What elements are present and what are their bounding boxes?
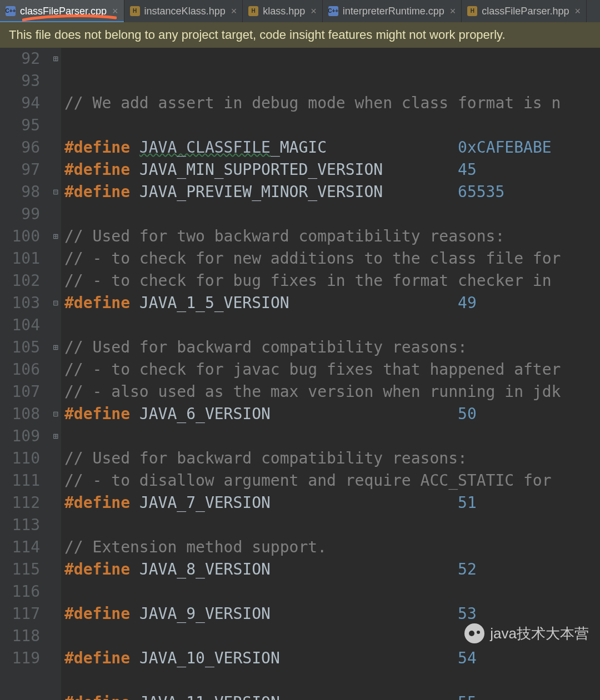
code-line[interactable]: [64, 514, 600, 536]
fold-expand-icon[interactable]: ⊞: [51, 232, 60, 241]
code-line[interactable]: [64, 203, 600, 225]
identifier-token: JAVA_1_5_VERSION: [139, 294, 289, 312]
editor-tab[interactable]: C++classFileParser.cpp×: [0, 0, 124, 22]
code-line[interactable]: // - also used as the max version when r…: [64, 381, 600, 403]
line-number: 108: [0, 403, 40, 425]
code-line[interactable]: [64, 669, 600, 692]
line-number: 104: [0, 314, 40, 336]
line-number: 106: [0, 359, 40, 381]
code-line[interactable]: #define JAVA_MIN_SUPPORTED_VERSION 45: [64, 159, 600, 181]
identifier-token: JAVA_PREVIEW_MINOR_VERSION: [139, 183, 383, 201]
number-token: 50: [458, 405, 477, 423]
code-line[interactable]: // We add assert in debug mode when clas…: [64, 92, 600, 114]
code-line[interactable]: // - to check for bug fixes in the forma…: [64, 270, 600, 292]
line-number: 113: [0, 514, 40, 536]
line-number: 92: [0, 48, 40, 70]
close-icon[interactable]: ×: [450, 0, 456, 22]
line-number: 101: [0, 248, 40, 270]
code-line[interactable]: #define JAVA_6_VERSION 50: [64, 403, 600, 425]
fold-collapse-icon[interactable]: ⊟: [51, 188, 60, 197]
fold-collapse-icon[interactable]: ⊟: [51, 299, 60, 308]
code-line[interactable]: #define JAVA_10_VERSION 54: [64, 647, 600, 669]
editor-tab-bar: C++classFileParser.cpp×HinstanceKlass.hp…: [0, 0, 600, 22]
line-number: 107: [0, 381, 40, 403]
code-line[interactable]: // Used for backward compatibility reaso…: [64, 447, 600, 470]
identifier-token: _MAGIC: [271, 138, 327, 157]
line-number: 119: [0, 647, 40, 669]
comment-token: // - to disallow argument and require AC…: [64, 471, 561, 490]
code-line[interactable]: // - to disallow argument and require AC…: [64, 470, 600, 492]
number-token: 52: [458, 560, 477, 578]
number-token: 53: [458, 605, 477, 623]
line-number: 98: [0, 181, 40, 203]
hpp-file-icon: H: [130, 6, 140, 16]
code-line[interactable]: #define JAVA_8_VERSION 52: [64, 558, 600, 581]
keyword-token: #define: [64, 183, 130, 201]
hpp-file-icon: H: [467, 6, 477, 16]
code-line[interactable]: #define JAVA_1_5_VERSION 49: [64, 292, 600, 314]
line-number: 96: [0, 137, 40, 159]
watermark: java技术大本营: [464, 622, 589, 644]
comment-token: // - to check for javac bug fixes that h…: [64, 360, 561, 379]
fold-expand-icon[interactable]: ⊞: [51, 54, 60, 63]
comment-token: // Extension method support.: [64, 538, 327, 556]
code-line[interactable]: #define JAVA_PREVIEW_MINOR_VERSION 65535: [64, 181, 600, 203]
close-icon[interactable]: ×: [311, 0, 317, 22]
keyword-token: #define: [64, 605, 130, 623]
editor-tab[interactable]: HclassFileParser.hpp×: [462, 0, 587, 22]
line-number: 110: [0, 447, 40, 470]
code-line[interactable]: [64, 314, 600, 336]
code-line[interactable]: #define JAVA_CLASSFILE_MAGIC 0xCAFEBABE: [64, 137, 600, 159]
tab-label: klass.hpp: [263, 0, 305, 22]
identifier-token: JAVA_6_VERSION: [139, 405, 271, 423]
code-line[interactable]: [64, 114, 600, 137]
number-token: 65535: [458, 183, 504, 201]
comment-token: // - to check for new additions to the c…: [64, 249, 561, 268]
code-line[interactable]: #define JAVA_11_VERSION 55: [64, 692, 600, 700]
line-number: 95: [0, 114, 40, 137]
keyword-token: #define: [64, 493, 130, 512]
line-number: 94: [0, 92, 40, 114]
code-line[interactable]: // - to check for new additions to the c…: [64, 248, 600, 270]
tab-label: classFileParser.hpp: [482, 0, 569, 22]
identifier-token: JAVA_MIN_SUPPORTED_VERSION: [139, 160, 383, 179]
identifier-token: JAVA_10_VERSION: [139, 649, 280, 667]
fold-expand-icon[interactable]: ⊞: [51, 343, 60, 352]
close-icon[interactable]: ×: [231, 0, 237, 22]
tab-label: instanceKlass.hpp: [144, 0, 226, 22]
code-line[interactable]: // Extension method support.: [64, 536, 600, 558]
identifier-token: JAVA_9_VERSION: [139, 605, 271, 623]
code-line[interactable]: [64, 425, 600, 447]
code-line[interactable]: #define JAVA_7_VERSION 51: [64, 492, 600, 514]
keyword-token: #define: [64, 138, 130, 157]
fold-expand-icon[interactable]: ⊞: [51, 432, 60, 441]
tab-label: classFileParser.cpp: [20, 0, 107, 22]
identifier-token: JAVA_CLASSFILE: [139, 138, 271, 157]
line-number: 109: [0, 425, 40, 447]
code-line[interactable]: #define JAVA_9_VERSION 53: [64, 603, 600, 625]
editor-tab[interactable]: Hklass.hpp×: [243, 0, 323, 22]
close-icon[interactable]: ×: [574, 0, 581, 22]
number-token: 54: [458, 649, 477, 667]
editor-tab[interactable]: C++interpreterRuntime.cpp×: [323, 0, 462, 22]
keyword-token: #define: [64, 693, 130, 700]
line-number: 114: [0, 536, 40, 558]
number-token: 45: [458, 160, 477, 179]
number-token: 55: [458, 693, 477, 700]
line-number: 112: [0, 492, 40, 514]
close-icon[interactable]: ×: [112, 0, 118, 22]
code-line[interactable]: // Used for backward compatibility reaso…: [64, 336, 600, 359]
line-number: 99: [0, 203, 40, 225]
line-number: 116: [0, 581, 40, 603]
code-area[interactable]: // We add assert in debug mode when clas…: [61, 48, 600, 700]
number-token: 0xCAFEBABE: [458, 138, 552, 157]
fold-collapse-icon[interactable]: ⊟: [51, 410, 60, 419]
keyword-token: #define: [64, 160, 130, 179]
code-line[interactable]: // - to check for javac bug fixes that h…: [64, 359, 600, 381]
cpp-file-icon: C++: [6, 6, 16, 16]
keyword-token: #define: [64, 649, 130, 667]
code-line[interactable]: // Used for two backward compatibility r…: [64, 225, 600, 248]
code-line[interactable]: [64, 581, 600, 603]
line-number: 93: [0, 70, 40, 92]
editor-tab[interactable]: HinstanceKlass.hpp×: [124, 0, 243, 22]
